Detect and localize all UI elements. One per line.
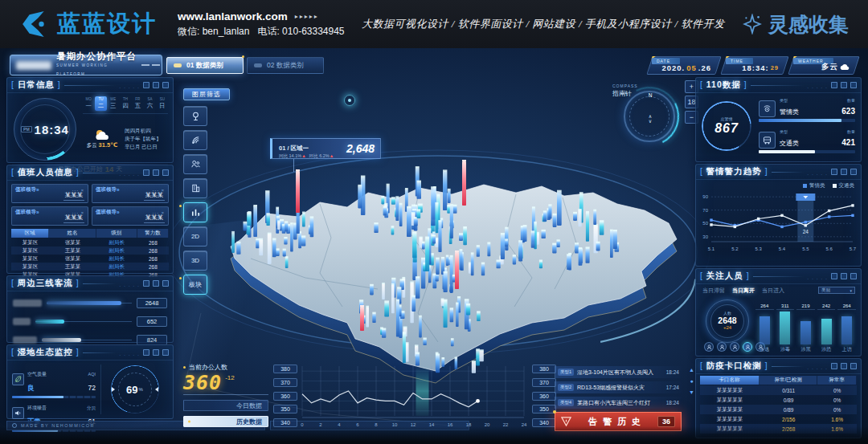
alert-tag: 类型4	[558, 399, 574, 406]
date-box: DATE 2020.05.26	[646, 56, 721, 75]
star-icon[interactable]	[730, 342, 739, 352]
office-data-button[interactable]: 历史数据	[183, 416, 268, 427]
alert-type-row: 类型交通类数量421	[759, 129, 855, 153]
panel-expand-icon[interactable]	[162, 349, 169, 356]
website-link[interactable]: www.lanlanwork.com	[178, 10, 288, 22]
panel-minimize-icon[interactable]	[143, 169, 149, 176]
person-icon[interactable]	[743, 342, 752, 352]
layer-button-2D[interactable]: 2D	[183, 226, 207, 246]
bar-value: 264	[755, 303, 774, 308]
focus-tab[interactable]: 当日进入	[762, 287, 784, 295]
duty-leader-card[interactable]: 值班领导某某某	[11, 184, 88, 203]
title-dashes-decoration	[141, 64, 160, 66]
duty-leader-card[interactable]: 值班领导某某某	[92, 206, 169, 226]
map-beacon-marker[interactable]	[344, 95, 355, 106]
svg-text:50: 50	[702, 221, 708, 226]
duty-role: 值班领导	[15, 209, 36, 216]
date-month: 05	[686, 63, 697, 72]
data-category-tabs: 01 数据类别02 数据类别	[166, 57, 324, 74]
layer-button-chart-icon[interactable]	[183, 202, 207, 222]
panel-pin-icon[interactable]	[841, 273, 847, 279]
panel-pin-icon[interactable]	[841, 82, 847, 88]
title-logo-redacted	[16, 61, 51, 70]
clock-meridiem: PM	[21, 126, 32, 132]
duty-leader-card[interactable]: 值班领导某某某	[92, 184, 169, 203]
panel-pin-icon[interactable]	[841, 169, 847, 175]
weekday-cell: SU日	[157, 96, 168, 111]
dashboard-title-block: 暑期办公协作平台 SUMMER WORKING PLATFORM	[10, 55, 162, 75]
office-count-block: 当前办公人数 360-12 今日数据历史数据	[183, 363, 268, 427]
duty-role: 值班领导	[96, 209, 117, 216]
table-cell: 副局长	[96, 255, 137, 263]
duty-name: 某某某	[144, 191, 166, 201]
panel-minimize-icon[interactable]	[143, 280, 149, 287]
panel-minimize-icon[interactable]	[143, 349, 149, 356]
panel-minimize-icon[interactable]	[831, 169, 837, 175]
panel-pin-icon[interactable]	[841, 363, 847, 369]
table-row: 某某区王某某副局长268	[11, 263, 169, 271]
layer-button-signal-icon[interactable]	[183, 130, 207, 150]
alert-row[interactable]: 类型2RD13-53烟感报警疑似火灾17:24	[555, 381, 682, 393]
legend-swatch	[833, 184, 837, 188]
focus-tab[interactable]: 当日离开	[732, 287, 755, 295]
layer-button-板块[interactable]: 板块	[183, 275, 207, 295]
tab-data-category[interactable]: 01 数据类别	[166, 57, 244, 74]
panel-expand-icon[interactable]	[850, 273, 857, 279]
collection-badge[interactable]: 灵感收集	[742, 11, 849, 38]
panel-minimize-icon[interactable]	[143, 82, 149, 88]
panel-pin-icon[interactable]	[153, 169, 159, 176]
tab-data-category[interactable]: 02 数据类别	[247, 57, 324, 74]
duty-leader-card[interactable]: 值班领导某某某	[11, 206, 88, 226]
layer-button-pin-icon[interactable]	[183, 106, 207, 126]
syringe-icon[interactable]	[717, 342, 727, 352]
checkpoint-ratio: 0/311	[760, 388, 817, 393]
panel-expand-icon[interactable]	[850, 169, 857, 175]
panel-daily-info: 日常信息 PM18:34 MO一TU二WE三TH四FR五SA六SU日 多云 31…	[6, 77, 174, 163]
panel-title: 防疫卡口检测	[700, 360, 768, 372]
progress-bar	[759, 119, 855, 122]
car-icon[interactable]	[704, 342, 714, 352]
panel-expand-icon[interactable]	[162, 82, 169, 88]
svg-text:5.6: 5.6	[825, 246, 833, 251]
panel-minimize-icon[interactable]	[831, 363, 837, 369]
alert-row[interactable]: 类型4某路口有小汽车连闯三个红灯18:24	[555, 397, 682, 409]
panel-expand-icon[interactable]	[850, 363, 857, 369]
scroll-up-icon[interactable]: ▲	[689, 367, 694, 373]
panel-expand-icon[interactable]	[850, 82, 857, 88]
scroll-down-icon[interactable]: ▼	[689, 389, 694, 395]
panel-expand-icon[interactable]	[162, 280, 169, 287]
legend-label: 警情类	[809, 182, 825, 188]
focus-tab[interactable]: 当日滞留	[702, 287, 725, 295]
layer-button-group-icon[interactable]	[183, 154, 207, 174]
alert-time: 17:24	[666, 385, 679, 390]
table-cell: 某某区	[11, 263, 49, 271]
legend-swatch	[803, 184, 807, 188]
table-header-row: 卡口名称异常/已检测异常率	[700, 376, 857, 385]
bus-icon	[759, 132, 776, 149]
weather-value: 多云	[821, 62, 838, 72]
brand-logo[interactable]: 蓝蓝设计	[19, 8, 157, 40]
checkpoint-name: 某某某某某	[700, 416, 760, 423]
date-day: .26	[698, 63, 711, 72]
panel-pin-icon[interactable]	[153, 82, 159, 88]
scroll-dot-icon[interactable]: ●	[689, 378, 694, 384]
table-row: 某某某某某0/890%	[700, 405, 857, 414]
bar-value: 264	[837, 303, 856, 308]
progress-bar	[759, 150, 855, 153]
focus-count-ring: 人数2648+24	[706, 299, 749, 343]
layer-button-building-icon[interactable]	[183, 178, 207, 198]
panel-minimize-icon[interactable]	[831, 273, 837, 279]
focus-bar-column: 242涉恐	[817, 296, 836, 353]
redacted-label	[13, 336, 37, 344]
layer-button-3D[interactable]: 3D	[183, 251, 207, 271]
panel-minimize-icon[interactable]	[831, 82, 837, 88]
wechat-value: ben_lanlan	[203, 26, 250, 37]
table-cell: 副局长	[96, 247, 137, 255]
alert-row[interactable]: 类型1湿地3-104片区有不明人员闯入18:24	[555, 366, 682, 378]
panel-expand-icon[interactable]	[162, 169, 169, 176]
category-select[interactable]: 类别	[818, 287, 855, 294]
office-data-button[interactable]: 今日数据	[183, 400, 268, 411]
panel-pin-icon[interactable]	[153, 349, 159, 356]
panel-pin-icon[interactable]	[153, 280, 159, 287]
alert-count: 421	[841, 138, 855, 147]
